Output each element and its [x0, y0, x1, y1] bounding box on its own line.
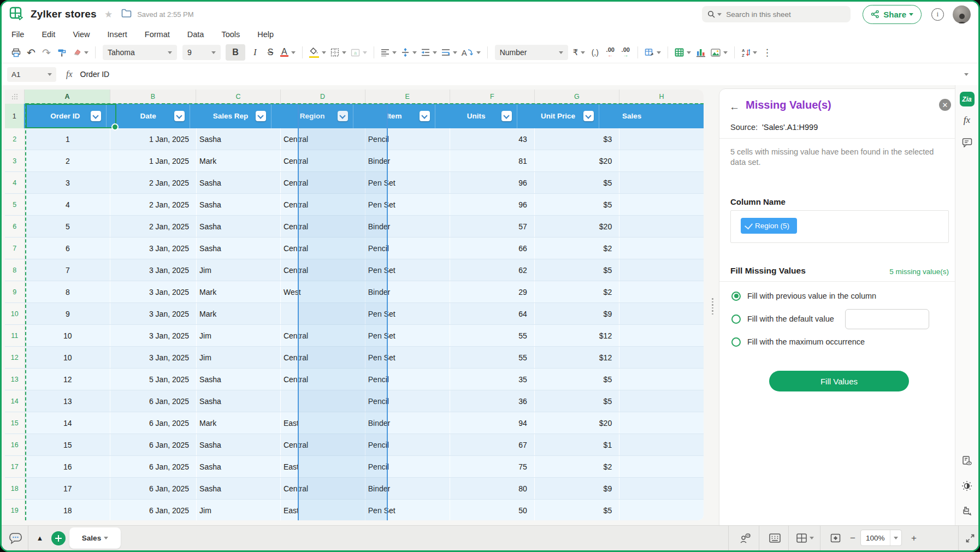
header-cell-sales-rep[interactable]: Sales Rep [190, 104, 271, 128]
cell[interactable] [619, 194, 704, 215]
cell[interactable]: $20 [534, 150, 619, 171]
cell[interactable]: Central [280, 238, 365, 259]
row-header[interactable]: 9 [5, 281, 25, 302]
cell[interactable]: 4 [25, 194, 110, 215]
cell[interactable]: Central [280, 172, 365, 193]
cell[interactable]: Pencil [365, 128, 450, 150]
cell[interactable]: Sasha [196, 216, 280, 237]
decrease-decimal-button[interactable]: .00 ← [605, 45, 616, 60]
cell[interactable] [619, 216, 704, 237]
row-header[interactable]: 10 [5, 303, 25, 324]
cell[interactable]: $5 [534, 172, 619, 193]
cell[interactable]: 43 [450, 128, 534, 150]
default-value-input[interactable] [845, 309, 929, 329]
cell[interactable] [619, 500, 704, 520]
fill-color-button[interactable] [309, 45, 326, 60]
cell[interactable]: Central [280, 434, 365, 455]
zia-button[interactable]: Zia [955, 92, 978, 106]
filter-dropdown-icon[interactable] [420, 111, 430, 121]
split-view-icon[interactable] [793, 526, 818, 550]
header-cell-unit-price[interactable]: Unit Price [517, 104, 599, 128]
cell[interactable]: $5 [534, 369, 619, 390]
cell[interactable]: Mark [196, 150, 280, 171]
fullscreen-icon[interactable] [961, 526, 979, 550]
cell-reference-select[interactable]: A1 [7, 67, 56, 82]
cell[interactable]: 75 [450, 456, 534, 477]
column-header-h[interactable]: H [619, 90, 704, 104]
cell[interactable]: 35 [450, 369, 534, 390]
formula-bar-expand-icon[interactable] [964, 73, 969, 76]
currency-format-button[interactable]: ₹ [573, 45, 586, 60]
select-all-corner[interactable] [5, 90, 24, 104]
fill-values-button[interactable]: Fill Values [769, 371, 909, 391]
zoom-in-button[interactable]: + [908, 526, 919, 550]
font-color-button[interactable]: A [280, 45, 296, 60]
cell[interactable] [619, 128, 704, 150]
cell[interactable]: 6 Jan, 2025 [110, 478, 196, 499]
cell[interactable]: 66 [450, 238, 534, 259]
cell[interactable]: 18 [25, 500, 110, 520]
cell[interactable]: Central [280, 347, 365, 368]
cell[interactable]: Sasha [196, 194, 280, 215]
cell[interactable]: 2 Jan, 2025 [110, 172, 196, 193]
cell[interactable]: $5 [534, 259, 619, 281]
cell[interactable]: Pen Set [365, 303, 450, 324]
cell[interactable]: 6 Jan, 2025 [110, 390, 196, 412]
cell[interactable] [619, 150, 704, 171]
keypad-icon[interactable] [763, 526, 786, 550]
cell[interactable]: Pencil [365, 434, 450, 455]
cell[interactable]: $9 [534, 478, 619, 499]
cell[interactable]: 6 [25, 238, 110, 259]
radio-button[interactable] [731, 292, 741, 301]
cell[interactable]: 3 Jan, 2025 [110, 238, 196, 259]
cell[interactable]: Binder [365, 150, 450, 171]
cell[interactable]: East [280, 456, 365, 477]
cell[interactable]: 12 [25, 369, 110, 390]
column-header-f[interactable]: F [450, 90, 534, 104]
chat-bubble-icon[interactable] [6, 526, 25, 550]
cell[interactable]: 80 [450, 478, 534, 499]
row-header[interactable]: 4 [5, 172, 25, 193]
cell[interactable]: Sasha [196, 390, 280, 412]
cell[interactable]: 81 [450, 150, 534, 171]
header-cell-region[interactable]: Region [271, 104, 353, 128]
favorite-star-icon[interactable]: ★ [104, 9, 113, 20]
row-header[interactable]: 1 [5, 104, 24, 128]
cell[interactable]: 55 [450, 347, 534, 368]
sheet-list-icon[interactable]: ▲ [32, 526, 48, 550]
cell[interactable] [619, 369, 704, 390]
cell[interactable]: 36 [450, 390, 534, 412]
cell[interactable]: $3 [534, 128, 619, 150]
menu-edit[interactable]: Edit [42, 30, 55, 39]
cell[interactable]: Central [280, 128, 365, 150]
document-title[interactable]: Zylker stores [31, 8, 97, 20]
cell[interactable] [619, 347, 704, 368]
cell[interactable] [619, 478, 704, 499]
vertical-align-button[interactable] [401, 45, 417, 60]
cell[interactable]: Sasha [196, 369, 280, 390]
cell[interactable]: Jim [196, 347, 280, 368]
cell[interactable] [619, 434, 704, 455]
cell[interactable]: 16 [25, 456, 110, 477]
row-header[interactable]: 19 [5, 500, 25, 520]
column-header-d[interactable]: D [280, 90, 365, 104]
undo-button[interactable]: ↶ [26, 45, 37, 60]
strikethrough-button[interactable]: S [265, 45, 276, 60]
cell[interactable]: Sasha [196, 238, 280, 259]
header-cell-units[interactable]: Units [435, 104, 517, 128]
cell[interactable]: Central [280, 150, 365, 171]
cell[interactable]: Sasha [196, 478, 280, 499]
cell[interactable] [619, 303, 704, 324]
cell[interactable] [619, 281, 704, 302]
cell[interactable]: Binder [365, 412, 450, 434]
menu-help[interactable]: Help [257, 30, 274, 39]
add-sheet-button[interactable] [50, 526, 67, 550]
cell[interactable]: 2 Jan, 2025 [110, 194, 196, 215]
clear-format-button[interactable] [72, 45, 88, 60]
cell[interactable]: West [280, 281, 365, 302]
cell[interactable]: $5 [534, 500, 619, 520]
cell[interactable]: East [280, 412, 365, 434]
comma-format-button[interactable]: (,) [589, 45, 600, 60]
header-cell-date[interactable]: Date [106, 104, 190, 128]
functions-icon[interactable]: fx [955, 115, 978, 126]
